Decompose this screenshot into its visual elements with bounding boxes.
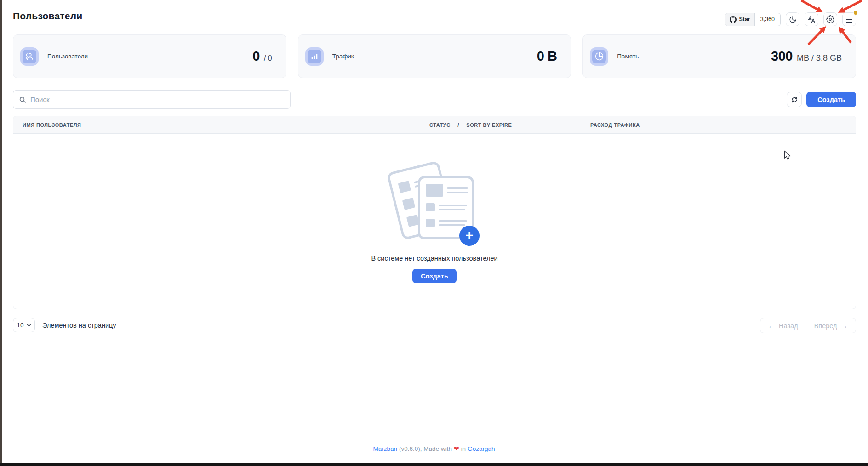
stat-card-traffic: Трафик 0 B <box>298 34 571 78</box>
memory-total: MB / 3.8 GB <box>797 53 842 63</box>
empty-state-illustration: + <box>388 161 480 247</box>
status-separator: / <box>457 122 459 128</box>
screen-edge-bottom <box>0 463 868 466</box>
mouse-cursor <box>784 150 793 161</box>
users-count: 0 <box>252 49 260 64</box>
github-star-button[interactable]: Star <box>725 13 754 26</box>
column-header-username[interactable]: ИМЯ ПОЛЬЗОВАТЕЛЯ <box>13 122 429 128</box>
traffic-icon <box>305 47 324 66</box>
empty-state-create-button[interactable]: Создать <box>412 269 457 283</box>
github-star-label: Star <box>739 16 750 23</box>
sort-by-expire-label[interactable]: SORT BY EXPIRE <box>466 122 512 128</box>
users-icon <box>20 47 39 66</box>
header-controls: Star 3,360 <box>725 12 856 26</box>
translate-icon <box>807 15 816 23</box>
marzban-link[interactable]: Marzban <box>373 445 398 452</box>
search-icon <box>19 96 26 103</box>
add-plus-icon: + <box>459 226 480 246</box>
stat-card-users: Пользователи 0 / 0 <box>13 34 286 78</box>
menu-icon <box>846 17 852 23</box>
table-header-row: ИМЯ ПОЛЬЗОВАТЕЛЯ СТАТУС / SORT BY EXPIRE… <box>13 116 856 134</box>
arrow-left-icon: ← <box>768 322 775 330</box>
gear-icon <box>826 15 834 23</box>
next-label: Вперед <box>814 322 837 330</box>
status-label: СТАТУС <box>429 122 451 128</box>
page-size-control: 10 Элементов на страницу <box>13 318 116 332</box>
search-input[interactable] <box>30 96 285 103</box>
users-total: / 0 <box>264 54 272 63</box>
github-star-widget[interactable]: Star 3,360 <box>725 13 781 26</box>
settings-button[interactable] <box>823 12 837 26</box>
gozargah-link[interactable]: Gozargah <box>468 445 495 452</box>
memory-icon <box>590 47 608 66</box>
stat-cards: Пользователи 0 / 0 Трафик 0 B Память 300… <box>13 34 856 78</box>
theme-toggle-button[interactable] <box>786 12 799 26</box>
column-header-traffic[interactable]: РАСХОД ТРАФИКА <box>590 122 856 128</box>
moon-icon <box>789 16 797 23</box>
next-page-button[interactable]: Вперед → <box>806 318 856 333</box>
annotation-arrow-top-right <box>843 0 862 10</box>
heart-icon: ❤ <box>454 445 459 452</box>
refresh-icon <box>791 96 798 103</box>
page-size-value: 10 <box>17 322 23 329</box>
marzban-users-page: Пользователи Star 3,360 <box>0 0 868 466</box>
footer: Marzban (v0.6.0), Made with ❤ in Gozarga… <box>0 445 868 452</box>
toolbar-actions: Создать <box>787 92 856 107</box>
traffic-value: 0 B <box>537 49 557 64</box>
menu-button[interactable] <box>842 12 856 26</box>
arrow-right-icon: → <box>841 322 848 330</box>
annotation-arrow-top-left <box>801 0 818 10</box>
memory-used: 300 <box>771 49 793 64</box>
notification-dot <box>854 11 857 15</box>
empty-state-message: В системе нет созданных пользователей <box>371 255 497 262</box>
column-header-status[interactable]: СТАТУС / SORT BY EXPIRE <box>429 122 590 128</box>
language-button[interactable] <box>805 12 818 26</box>
create-user-button[interactable]: Создать <box>806 92 856 107</box>
footer-version-text: (v0.6.0), Made with <box>399 445 452 452</box>
stat-card-label: Пользователи <box>47 53 88 60</box>
page-size-select[interactable]: 10 <box>13 318 35 332</box>
page-size-label: Элементов на страницу <box>42 322 116 329</box>
chevron-down-icon <box>27 324 31 327</box>
github-icon <box>730 16 737 23</box>
users-table: ИМЯ ПОЛЬЗОВАТЕЛЯ СТАТУС / SORT BY EXPIRE… <box>13 116 856 309</box>
footer-in-text: in <box>461 445 466 452</box>
screen-edge-left <box>0 0 2 466</box>
stat-card-memory: Память 300 MB / 3.8 GB <box>582 34 856 78</box>
page-title: Пользователи <box>13 11 82 22</box>
github-star-count[interactable]: 3,360 <box>755 13 780 26</box>
stat-card-label: Память <box>617 53 639 60</box>
table-empty-state: + В системе нет созданных пользователей … <box>13 134 856 309</box>
pagination-buttons: ← Назад Вперед → <box>760 318 856 333</box>
refresh-button[interactable] <box>787 92 802 107</box>
stat-card-label: Трафик <box>332 53 354 60</box>
search-box[interactable] <box>13 90 291 109</box>
prev-label: Назад <box>779 322 798 330</box>
prev-page-button[interactable]: ← Назад <box>760 318 806 333</box>
